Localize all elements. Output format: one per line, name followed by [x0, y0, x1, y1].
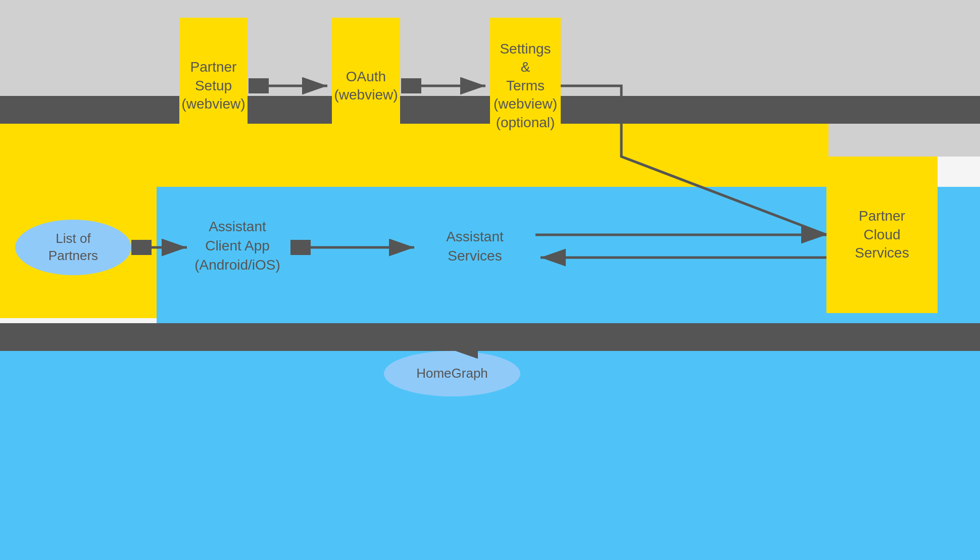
- oauth-box: OAuth(webview): [332, 18, 400, 154]
- partner-setup-label: PartnerSetup(webview): [181, 58, 245, 113]
- list-of-partners-label: List ofPartners: [48, 230, 98, 265]
- homegraph-oval: HomeGraph: [384, 351, 520, 396]
- list-of-partners-oval: List ofPartners: [15, 220, 131, 275]
- oauth-label: OAuth(webview): [334, 68, 398, 105]
- partner-cloud-box: PartnerCloudServices: [826, 157, 938, 313]
- dark-band-bottom: [0, 323, 980, 351]
- settings-terms-label: Settings &Terms(webview)(optional): [494, 40, 557, 132]
- partner-setup-box: PartnerSetup(webview): [179, 18, 248, 154]
- homegraph-label: HomeGraph: [416, 365, 488, 382]
- assistant-client-app-label: AssistantClient App(Android/iOS): [187, 217, 288, 274]
- partner-cloud-label: PartnerCloudServices: [855, 207, 909, 262]
- assistant-services-label: AssistantServices: [419, 227, 530, 266]
- settings-terms-box: Settings &Terms(webview)(optional): [490, 18, 561, 154]
